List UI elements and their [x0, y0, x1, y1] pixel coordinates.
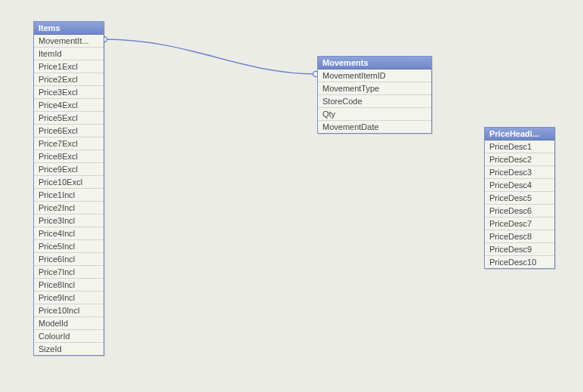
- table-movements-field[interactable]: MovementType: [318, 82, 431, 95]
- table-items-field[interactable]: Price7Excl: [34, 137, 103, 150]
- table-priceheadings-field[interactable]: PriceDesc3: [485, 166, 554, 179]
- table-items-field[interactable]: Price10Excl: [34, 176, 103, 189]
- table-priceheadings-field[interactable]: PriceDesc1: [485, 140, 554, 153]
- table-movements-field[interactable]: Qty: [318, 108, 431, 121]
- table-movements-field[interactable]: MovementDate: [318, 121, 431, 133]
- table-priceheadings-field[interactable]: PriceDesc8: [485, 230, 554, 243]
- table-items-field[interactable]: Price7Incl: [34, 266, 103, 279]
- table-items-field[interactable]: MovementIt...: [34, 35, 103, 48]
- diagram-canvas: Items MovementIt... ItemId Price1Excl Pr…: [0, 0, 583, 392]
- table-items-field[interactable]: Price2Incl: [34, 202, 103, 215]
- table-items-field[interactable]: ColourId: [34, 330, 103, 343]
- table-priceheadings[interactable]: PriceHeadi... PriceDesc1 PriceDesc2 Pric…: [484, 127, 555, 269]
- table-items-field[interactable]: Price1Incl: [34, 189, 103, 202]
- table-items-field[interactable]: SizeId: [34, 343, 103, 355]
- table-priceheadings-field[interactable]: PriceDesc7: [485, 218, 554, 230]
- table-items-field[interactable]: Price5Excl: [34, 112, 103, 125]
- table-items-field[interactable]: Price3Incl: [34, 215, 103, 227]
- table-items-field[interactable]: Price1Excl: [34, 60, 103, 73]
- table-items-field[interactable]: Price5Incl: [34, 240, 103, 253]
- table-movements[interactable]: Movements MovementItemID MovementType St…: [317, 56, 432, 134]
- table-items-field[interactable]: Price8Incl: [34, 279, 103, 292]
- table-items-field[interactable]: Price2Excl: [34, 73, 103, 86]
- table-items-field[interactable]: Price9Excl: [34, 163, 103, 176]
- table-items-field[interactable]: Price8Excl: [34, 150, 103, 163]
- table-priceheadings-field[interactable]: PriceDesc9: [485, 243, 554, 256]
- table-priceheadings-field[interactable]: PriceDesc2: [485, 153, 554, 166]
- table-priceheadings-header[interactable]: PriceHeadi...: [485, 128, 554, 140]
- table-priceheadings-field[interactable]: PriceDesc10: [485, 256, 554, 268]
- table-movements-field[interactable]: MovementItemID: [318, 69, 431, 82]
- table-priceheadings-field[interactable]: PriceDesc5: [485, 192, 554, 205]
- table-items-field[interactable]: Price6Incl: [34, 253, 103, 266]
- table-priceheadings-field[interactable]: PriceDesc6: [485, 205, 554, 218]
- table-items-field[interactable]: Price10Incl: [34, 304, 103, 317]
- table-priceheadings-field[interactable]: PriceDesc4: [485, 179, 554, 192]
- table-items-field[interactable]: Price3Excl: [34, 86, 103, 99]
- table-items-field[interactable]: ModelId: [34, 317, 103, 330]
- table-movements-header[interactable]: Movements: [318, 57, 431, 69]
- table-items-field[interactable]: Price4Excl: [34, 99, 103, 112]
- table-movements-field[interactable]: StoreCode: [318, 95, 431, 108]
- table-items[interactable]: Items MovementIt... ItemId Price1Excl Pr…: [33, 21, 104, 356]
- table-items-header[interactable]: Items: [34, 22, 103, 35]
- table-items-field[interactable]: Price6Excl: [34, 125, 103, 137]
- table-items-field[interactable]: Price4Incl: [34, 227, 103, 240]
- table-items-field[interactable]: Price9Incl: [34, 292, 103, 304]
- table-items-field[interactable]: ItemId: [34, 48, 103, 60]
